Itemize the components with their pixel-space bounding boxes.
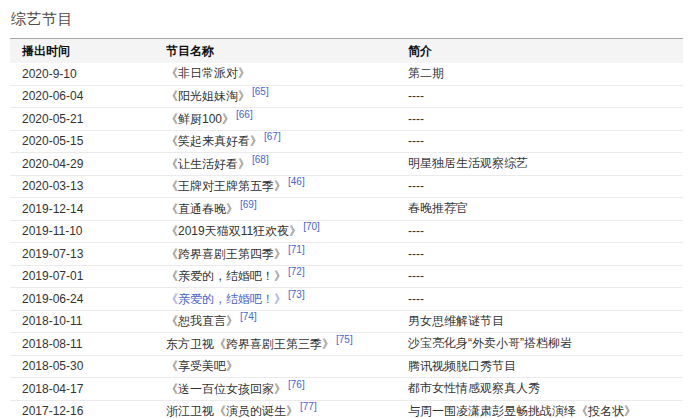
table-row: 2020-04-29 《让生活好看》[68] 明星独居生活观察综艺 — [10, 153, 683, 176]
broadcast-date: 2020-06-04 — [10, 89, 166, 103]
program-title: 《亲爱的，结婚吧！》 — [166, 269, 286, 283]
program-intro: 明星独居生活观察综艺 — [408, 155, 683, 172]
broadcast-date: 2020-03-13 — [10, 179, 166, 193]
table-body: 2020-9-10 《非日常派对》 第二期 2020-06-04 《阳光姐妹淘》… — [10, 63, 683, 418]
column-header-intro: 简介 — [408, 43, 683, 60]
table-row: 2018-05-30 《享受美吧》 腾讯视频脱口秀节目 — [10, 356, 683, 379]
variety-shows-table: 播出时间 节目名称 简介 2020-9-10 《非日常派对》 第二期 2020-… — [10, 38, 683, 418]
column-header-program-name: 节目名称 — [166, 43, 408, 60]
table-row: 2020-05-21 《鲜厨100》[66] ---- — [10, 108, 683, 131]
reference-link[interactable]: [67] — [264, 132, 281, 142]
broadcast-date: 2019-07-01 — [10, 269, 166, 283]
reference-link[interactable]: [71] — [288, 245, 305, 255]
program-title: 《让生活好看》 — [166, 157, 250, 171]
reference-link[interactable]: [75] — [336, 335, 353, 345]
broadcast-date: 2019-07-13 — [10, 247, 166, 261]
table-row: 2018-04-17 《送一百位女孩回家》[76] 都市女性情感观察真人秀 — [10, 378, 683, 401]
table-row: 2019-11-10 《2019天猫双11狂欢夜》[70] ---- — [10, 221, 683, 244]
program-title-cell: 《恕我直言》[74] — [166, 312, 408, 330]
program-title: 东方卫视《跨界喜剧王第三季》 — [166, 337, 334, 351]
section-title: 综艺节目 — [0, 0, 692, 38]
program-intro: ---- — [408, 292, 683, 306]
program-intro: 春晚推荐官 — [408, 200, 683, 217]
reference-link[interactable]: [66] — [236, 110, 253, 120]
program-title-cell: 《王牌对王牌第五季》[46] — [166, 177, 408, 195]
program-intro: ---- — [408, 269, 683, 283]
table-row: 2020-06-04 《阳光姐妹淘》[65] ---- — [10, 86, 683, 109]
program-title-cell: 《亲爱的，结婚吧！》[72] — [166, 267, 408, 285]
reference-link[interactable]: [70] — [303, 222, 320, 232]
broadcast-date: 2020-04-29 — [10, 157, 166, 171]
program-intro: 男女思维解谜节目 — [408, 313, 683, 330]
broadcast-date: 2018-08-11 — [10, 337, 166, 351]
program-title-cell: 《让生活好看》[68] — [166, 155, 408, 173]
program-title-cell: 浙江卫视《演员的诞生》[77] — [166, 402, 408, 418]
program-intro: ---- — [408, 112, 683, 126]
program-title-cell: 《亲爱的，结婚吧！》[73] — [166, 290, 408, 308]
reference-link[interactable]: [65] — [252, 87, 269, 97]
table-row: 2017-12-16 浙江卫视《演员的诞生》[77] 与周一围凌潇肃彭昱畅挑战演… — [10, 401, 683, 418]
program-intro: ---- — [408, 247, 683, 261]
broadcast-date: 2018-04-17 — [10, 382, 166, 396]
program-title: 《跨界喜剧王第四季》 — [166, 247, 286, 261]
broadcast-date: 2018-05-30 — [10, 359, 166, 373]
program-intro: 沙宝亮化身“外卖小哥”搭档柳岩 — [408, 335, 683, 352]
reference-link[interactable]: [76] — [288, 380, 305, 390]
program-title-cell: 《享受美吧》 — [166, 358, 408, 375]
broadcast-date: 2019-12-14 — [10, 202, 166, 216]
program-title-cell: 《阳光姐妹淘》[65] — [166, 87, 408, 105]
program-intro: 与周一围凌潇肃彭昱畅挑战演绎《投名状》 — [408, 403, 683, 418]
program-title: 《非日常派对》 — [166, 66, 250, 80]
broadcast-date: 2018-10-11 — [10, 314, 166, 328]
program-title-cell: 《送一百位女孩回家》[76] — [166, 380, 408, 398]
program-title: 《直通春晚》 — [166, 202, 238, 216]
program-title: 《2019天猫双11狂欢夜》 — [166, 224, 301, 238]
reference-link[interactable]: [68] — [252, 155, 269, 165]
table-row: 2020-03-13 《王牌对王牌第五季》[46] ---- — [10, 176, 683, 199]
reference-link[interactable]: [77] — [300, 402, 317, 412]
program-title: 《笑起来真好看》 — [166, 134, 262, 148]
program-title: 浙江卫视《演员的诞生》 — [166, 404, 298, 418]
program-title: 《享受美吧》 — [166, 359, 238, 373]
table-row: 2019-06-24 《亲爱的，结婚吧！》[73] ---- — [10, 288, 683, 311]
program-title-cell: 《鲜厨100》[66] — [166, 110, 408, 128]
table-row: 2019-07-13 《跨界喜剧王第四季》[71] ---- — [10, 243, 683, 266]
program-intro: ---- — [408, 134, 683, 148]
program-title-cell: 《笑起来真好看》[67] — [166, 132, 408, 150]
broadcast-date: 2020-05-15 — [10, 134, 166, 148]
broadcast-date: 2019-06-24 — [10, 292, 166, 306]
program-title-cell: 《跨界喜剧王第四季》[71] — [166, 245, 408, 263]
program-title: 《送一百位女孩回家》 — [166, 382, 286, 396]
program-title-cell: 东方卫视《跨界喜剧王第三季》[75] — [166, 335, 408, 353]
program-intro: 第二期 — [408, 65, 683, 82]
program-title: 《鲜厨100》 — [166, 112, 234, 126]
table-row: 2019-07-01 《亲爱的，结婚吧！》[72] ---- — [10, 266, 683, 289]
reference-link[interactable]: [74] — [240, 312, 257, 322]
reference-link[interactable]: [72] — [288, 267, 305, 277]
program-title: 《恕我直言》 — [166, 314, 238, 328]
table-row: 2019-12-14 《直通春晚》[69] 春晚推荐官 — [10, 198, 683, 221]
table-row: 2020-05-15 《笑起来真好看》[67] ---- — [10, 131, 683, 154]
program-title-cell: 《非日常派对》 — [166, 65, 408, 82]
table-header-row: 播出时间 节目名称 简介 — [10, 38, 683, 63]
program-intro: 都市女性情感观察真人秀 — [408, 380, 683, 397]
program-intro: ---- — [408, 89, 683, 103]
broadcast-date: 2017-12-16 — [10, 404, 166, 418]
column-header-broadcast-date: 播出时间 — [10, 43, 166, 60]
program-title-cell: 《直通春晚》[69] — [166, 200, 408, 218]
broadcast-date: 2020-05-21 — [10, 112, 166, 126]
table-row: 2020-9-10 《非日常派对》 第二期 — [10, 63, 683, 86]
reference-link[interactable]: [69] — [240, 200, 257, 210]
broadcast-date: 2020-9-10 — [10, 67, 166, 81]
program-intro: ---- — [408, 179, 683, 193]
program-title: 《王牌对王牌第五季》 — [166, 179, 286, 193]
reference-link[interactable]: [46] — [288, 177, 305, 187]
reference-link[interactable]: [73] — [288, 290, 305, 300]
table-row: 2018-10-11 《恕我直言》[74] 男女思维解谜节目 — [10, 311, 683, 334]
broadcast-date: 2019-11-10 — [10, 224, 166, 238]
program-intro: ---- — [408, 224, 683, 238]
program-intro: 腾讯视频脱口秀节目 — [408, 358, 683, 375]
program-title[interactable]: 《亲爱的，结婚吧！》 — [166, 292, 286, 306]
program-title-cell: 《2019天猫双11狂欢夜》[70] — [166, 222, 408, 240]
program-title: 《阳光姐妹淘》 — [166, 89, 250, 103]
